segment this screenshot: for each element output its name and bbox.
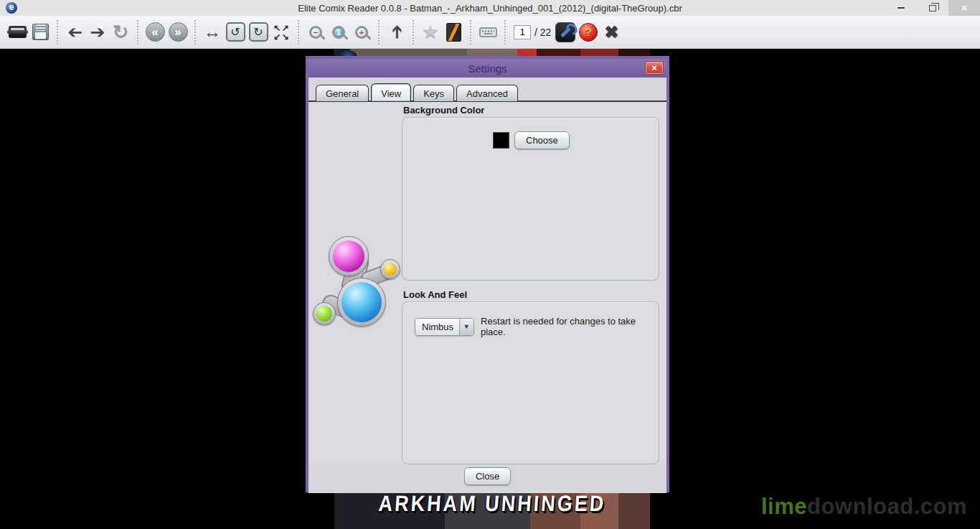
wrench-icon <box>555 22 575 42</box>
restart-note: Restart is needed for changes to take pl… <box>481 316 659 337</box>
settings-dialog-title: Settings <box>468 62 507 75</box>
settings-tabstrip: General View Keys Advanced <box>308 78 666 100</box>
watermark-suffix: download.com <box>807 494 967 519</box>
keyboard-shortcuts-button[interactable] <box>476 19 499 45</box>
refresh-icon: ↻ <box>113 21 129 44</box>
bookmark-button[interactable]: ★ <box>419 19 442 45</box>
tab-general[interactable]: General <box>316 85 369 101</box>
toolbar-separator <box>378 20 380 45</box>
next-page-button[interactable]: ➔ <box>86 19 109 45</box>
logo-column <box>308 102 402 464</box>
previous-page-icon: ➔ <box>67 22 83 42</box>
exit-button[interactable]: ✖ <box>600 19 623 45</box>
tab-advanced[interactable]: Advanced <box>456 85 518 101</box>
watermark-prefix: lime <box>761 494 807 519</box>
zoom-in-icon: + <box>355 26 368 39</box>
zoom-reset-button[interactable]: 1 <box>327 19 350 45</box>
fullscreen-button[interactable]: ↖↗↙↘ <box>270 19 293 45</box>
logo-ball-green <box>313 302 336 325</box>
main-toolbar: ➔ ➔ ↻ « » ↔ ↺ ↻ ↖↗↙↘ − 1 + ➔ ★ / 22 ? <box>0 16 980 49</box>
look-and-feel-dropdown[interactable]: Nimbus ▼ <box>415 318 474 336</box>
logo-ball-yellow <box>380 259 400 279</box>
page-total-label: / 22 <box>534 27 551 38</box>
page-number-input[interactable] <box>514 25 531 39</box>
help-icon: ? <box>579 23 598 42</box>
rotate-right-icon: ↻ <box>249 22 268 42</box>
settings-dialog: Settings × General View Keys Advanced <box>306 56 669 492</box>
rotate-left-icon: ↺ <box>226 22 245 42</box>
exit-icon: ✖ <box>604 22 618 42</box>
look-and-feel-heading: Look And Feel <box>403 289 659 300</box>
settings-close-button[interactable]: Close <box>464 467 511 485</box>
app-window: e Elite Comix Reader 0.0.8 - Batman_-_Ar… <box>0 0 980 529</box>
logo-ball-pink <box>329 236 369 276</box>
toolbar-separator <box>137 20 138 45</box>
toolbar-separator <box>298 20 299 45</box>
toolbar-separator <box>57 20 58 45</box>
settings-button[interactable] <box>554 19 577 45</box>
restore-icon <box>929 5 936 11</box>
comic-title-text: ARKHAM UNHINGED <box>334 492 650 517</box>
open-archive-icon <box>9 26 27 38</box>
background-color-heading: Background Color <box>403 105 659 116</box>
watermark: limedownload.com <box>761 494 967 520</box>
help-button[interactable]: ? <box>577 19 600 45</box>
rotate-left-button[interactable]: ↺ <box>224 19 247 45</box>
background-color-group: Choose <box>402 117 659 281</box>
app-logo <box>311 236 402 331</box>
tab-view[interactable]: View <box>371 83 411 101</box>
refresh-button[interactable]: ↻ <box>109 19 132 45</box>
library-button[interactable] <box>442 19 465 45</box>
rotate-right-button[interactable]: ↻ <box>247 19 270 45</box>
close-window-button[interactable]: × <box>948 0 980 16</box>
last-page-button[interactable]: » <box>166 19 189 45</box>
zoom-out-icon: − <box>309 26 322 39</box>
fullscreen-icon: ↖↗↙↘ <box>273 24 290 41</box>
restore-button[interactable] <box>917 0 948 16</box>
toolbar-separator <box>470 20 471 45</box>
zoom-reset-icon: 1 <box>332 26 345 39</box>
background-color-swatch[interactable] <box>493 132 509 149</box>
window-title: Elite Comix Reader 0.0.8 - Batman_-_Arkh… <box>0 3 980 14</box>
first-page-icon: « <box>146 22 165 42</box>
chevron-down-icon: ▼ <box>459 319 473 335</box>
look-and-feel-group: Nimbus ▼ Restart is needed for changes t… <box>402 301 659 464</box>
book-icon <box>446 23 461 42</box>
last-page-icon: » <box>169 22 188 42</box>
keyboard-icon <box>479 27 497 37</box>
settings-dialog-close-button[interactable]: × <box>645 61 664 75</box>
settings-dialog-titlebar[interactable]: Settings × <box>308 59 666 78</box>
tab-keys[interactable]: Keys <box>413 85 454 101</box>
save-button[interactable] <box>29 19 52 45</box>
minimize-button[interactable] <box>885 0 917 16</box>
first-page-button[interactable]: « <box>143 19 166 45</box>
toolbar-separator <box>413 20 414 45</box>
fit-width-button[interactable]: ↔ <box>201 19 224 45</box>
choose-color-button[interactable]: Choose <box>514 131 570 149</box>
look-and-feel-selected-value: Nimbus <box>415 319 459 335</box>
zoom-in-button[interactable]: + <box>350 19 373 45</box>
star-icon: ★ <box>422 21 438 43</box>
open-archive-button[interactable] <box>6 19 29 45</box>
fit-width-icon: ↔ <box>204 22 222 42</box>
zoom-out-button[interactable]: − <box>304 19 327 45</box>
next-page-icon: ➔ <box>90 22 105 42</box>
logo-ball-blue <box>337 278 386 327</box>
comic-page-bottom-sliver: ARKHAM UNHINGED <box>334 492 650 529</box>
previous-page-button[interactable]: ➔ <box>63 19 86 45</box>
go-up-button[interactable]: ➔ <box>385 19 407 45</box>
up-arrow-icon: ➔ <box>385 24 406 39</box>
save-icon <box>32 24 49 40</box>
toolbar-separator <box>504 20 506 45</box>
view-tab-panel: Background Color Choose Look And Feel Ni… <box>308 100 666 464</box>
toolbar-separator <box>194 20 196 45</box>
window-titlebar: e Elite Comix Reader 0.0.8 - Batman_-_Ar… <box>0 0 980 16</box>
